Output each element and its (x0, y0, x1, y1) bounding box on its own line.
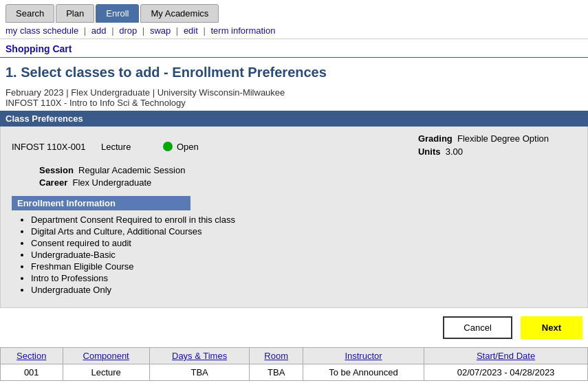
table-row: 001 Lecture TBA TBA To be Announced 02/0… (1, 364, 588, 381)
list-item: Digital Arts and Culture, Additional Cou… (31, 226, 571, 237)
list-item: Department Consent Required to enroll in… (31, 215, 571, 225)
link-term-information[interactable]: term information (210, 25, 275, 36)
sub-nav: my class schedule | add | drop | swap | … (0, 23, 588, 39)
course-info: February 2023 | Flex Undergraduate | Uni… (0, 85, 588, 111)
session-row: Session Regular Academic Session (39, 165, 576, 175)
open-status-icon (163, 142, 173, 151)
career-row: Career Flex Undergraduate (39, 177, 576, 188)
link-my-class-schedule[interactable]: my class schedule (6, 25, 78, 36)
status-label: Open (177, 142, 199, 152)
cell-start-end-date: 02/07/2023 - 04/28/2023 (424, 364, 588, 381)
cell-section: 001 (1, 364, 63, 381)
page-title: 1. Select classes to add - Enrollment Pr… (0, 58, 588, 85)
career-value: Flex Undergraduate (72, 177, 151, 188)
col-component[interactable]: Component (63, 348, 149, 364)
top-nav: Search Plan Enroll My Academics (0, 0, 588, 23)
class-preferences-header: Class Preferences (0, 111, 588, 127)
enrollment-list: Department Consent Required to enroll in… (12, 210, 576, 300)
units-label: Units (418, 146, 441, 157)
course-info-line2: INFOST 110X - Intro to Info Sci & Techno… (6, 98, 582, 108)
grading-value: Flexible Degree Option (457, 133, 549, 144)
tab-plan[interactable]: Plan (56, 4, 94, 23)
class-main-row: INFOST 110X-001 Lecture Open Grading Fle… (12, 133, 576, 160)
class-status: Open (163, 142, 199, 152)
col-start-end-date[interactable]: Start/End Date (424, 348, 588, 364)
link-drop[interactable]: drop (119, 25, 137, 36)
class-preferences-area: INFOST 110X-001 Lecture Open Grading Fle… (0, 127, 588, 308)
link-edit[interactable]: edit (184, 25, 198, 36)
units-row: Units 3.00 (418, 146, 549, 157)
tab-my-academics[interactable]: My Academics (140, 4, 219, 23)
session-value: Regular Academic Session (78, 165, 185, 175)
tab-enroll[interactable]: Enroll (96, 4, 139, 23)
col-section[interactable]: Section (1, 348, 63, 364)
enrollment-info-header: Enrollment Information (12, 196, 190, 210)
grading-units: Grading Flexible Degree Option Units 3.0… (418, 133, 576, 160)
cancel-button[interactable]: Cancel (443, 316, 512, 339)
session-career: Session Regular Academic Session Career … (39, 165, 576, 188)
cell-room: TBA (250, 364, 303, 381)
class-id: INFOST 110X-001 (12, 142, 101, 152)
class-table: Section Component Days & Times Room Inst… (0, 347, 588, 381)
session-label: Session (39, 165, 74, 175)
link-swap[interactable]: swap (150, 25, 171, 36)
cell-days-times: TBA (149, 364, 250, 381)
cell-component: Lecture (63, 364, 149, 381)
course-info-line1: February 2023 | Flex Undergraduate | Uni… (6, 87, 582, 98)
link-add[interactable]: add (91, 25, 107, 36)
career-label: Career (39, 177, 67, 188)
list-item: Consent required to audit (31, 238, 571, 248)
cell-instructor: To be Announced (303, 364, 424, 381)
units-value: 3.00 (446, 146, 463, 157)
table-header-row: Section Component Days & Times Room Inst… (1, 348, 588, 364)
shopping-cart-header: Shopping Cart (0, 39, 588, 58)
col-instructor[interactable]: Instructor (303, 348, 424, 364)
col-days-times[interactable]: Days & Times (149, 348, 250, 364)
class-type: Lecture (101, 142, 163, 152)
grading-row: Grading Flexible Degree Option (418, 133, 549, 144)
list-item: Undergraduate-Basic (31, 250, 571, 260)
col-room[interactable]: Room (250, 348, 303, 364)
button-row: Cancel Next (0, 308, 588, 347)
next-button[interactable]: Next (521, 316, 582, 339)
grading-label: Grading (418, 133, 453, 144)
tab-search[interactable]: Search (6, 4, 54, 23)
list-item: Undergraduate Only (31, 285, 571, 295)
list-item: Intro to Professions (31, 273, 571, 283)
list-item: Freshman Eligible Course (31, 261, 571, 272)
